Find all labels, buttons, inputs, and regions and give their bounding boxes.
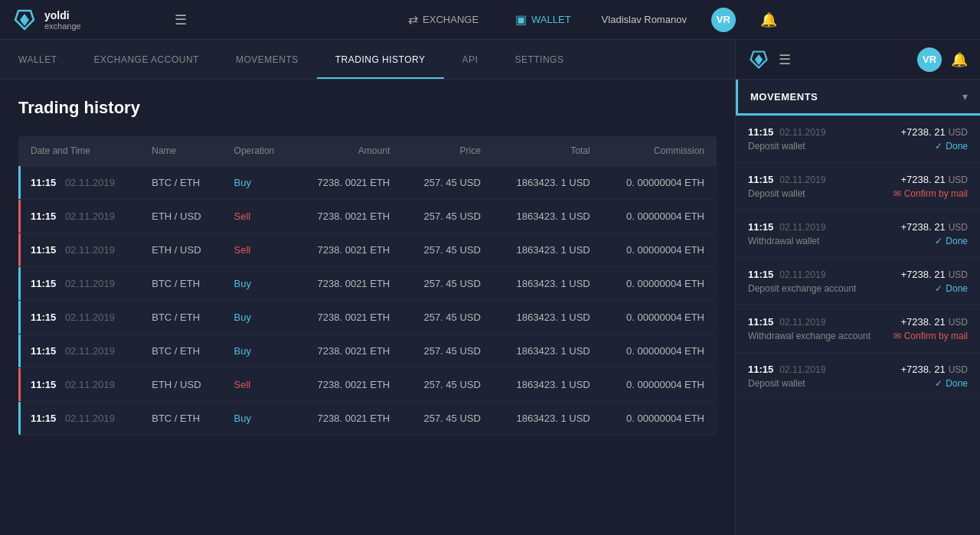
cell-date: 02.11.2019	[65, 278, 115, 289]
cell-datetime: 11:15 02.11.2019	[18, 301, 139, 334]
cell-name: BTC / ETH	[139, 402, 221, 436]
user-name: Vladislav Romanov	[602, 14, 687, 25]
cell-commission: 0. 00000004 ETH	[603, 233, 717, 267]
movement-time: 11:15	[748, 174, 773, 185]
cell-amount: 7238. 0021 ETH	[294, 200, 402, 233]
subnav-settings[interactable]: SETTINGS	[496, 40, 582, 79]
row-indicator	[18, 166, 21, 199]
avatar[interactable]: VR	[711, 8, 736, 32]
cell-price: 257. 45 USD	[402, 368, 493, 402]
status-confirm[interactable]: ✉Confirm by mail	[893, 188, 968, 199]
table-row: 11:15 02.11.2019 ETH / USD Sell 7238. 00…	[18, 368, 717, 402]
subnav-exchange-account[interactable]: EXCHANGE ACCOUNT	[76, 40, 217, 79]
row-indicator	[18, 233, 21, 266]
cell-datetime: 11:15 02.11.2019	[18, 267, 139, 301]
cell-name: ETH / USD	[139, 368, 221, 402]
movement-amount-value: +7238. 21	[900, 126, 945, 138]
movements-header: MOVEMENTS ▾	[736, 80, 980, 116]
cell-datetime: 11:15 02.11.2019	[18, 200, 139, 233]
cell-date: 02.11.2019	[65, 379, 115, 390]
subnav-api[interactable]: API	[444, 40, 497, 79]
cell-amount: 7238. 0021 ETH	[294, 166, 402, 200]
notifications-bell-button[interactable]: 🔔	[760, 11, 777, 28]
movement-amount-value: +7238. 21	[900, 221, 945, 233]
exchange-nav-button[interactable]: ⇄ EXCHANGE	[402, 9, 485, 30]
wallet-nav-button[interactable]: ▣ WALLET	[509, 9, 577, 30]
movement-description: Withdrawal wallet	[748, 236, 819, 246]
table-row: 11:15 02.11.2019 ETH / USD Sell 7238. 00…	[18, 233, 717, 267]
cell-price: 257. 45 USD	[402, 166, 493, 200]
chevron-down-icon: ▾	[962, 90, 968, 103]
top-navigation: yoldi exchange ☰ ⇄ EXCHANGE ▣ WALLET Vla…	[0, 0, 980, 40]
cell-commission: 0. 00000004 ETH	[603, 402, 717, 436]
subnav-trading-history[interactable]: TRADING HISTORY	[317, 40, 444, 79]
cell-price: 257. 45 USD	[402, 334, 493, 368]
hamburger-button[interactable]: ☰	[175, 11, 187, 28]
cell-name: ETH / USD	[139, 200, 221, 233]
cell-operation: Buy	[222, 267, 294, 301]
row-indicator	[18, 267, 21, 300]
subnav-wallet[interactable]: WALLET	[0, 40, 76, 79]
movement-date: 02.11.2019	[779, 175, 825, 185]
cell-name: BTC / ETH	[139, 301, 221, 334]
movement-time: 11:15	[748, 126, 773, 138]
right-hamburger-button[interactable]: ☰	[779, 51, 791, 68]
movement-currency: USD	[949, 317, 968, 328]
list-item: 11:15 02.11.2019 +7238. 21 USD Withdrawa…	[736, 305, 980, 353]
cell-date: 02.11.2019	[65, 210, 115, 222]
exchange-icon: ⇄	[408, 12, 418, 27]
cell-datetime: 11:15 02.11.2019	[18, 402, 139, 436]
col-operation: Operation	[222, 136, 294, 166]
cell-date: 02.11.2019	[65, 312, 115, 323]
movement-description: Withdrawal exchange account	[748, 331, 871, 341]
cell-price: 257. 45 USD	[402, 233, 493, 267]
movement-date: 02.11.2019	[779, 222, 825, 233]
movement-amount-value: +7238. 21	[900, 316, 945, 328]
subnav-movements[interactable]: MOVEMENTS	[217, 40, 317, 79]
cell-date: 02.11.2019	[65, 345, 115, 357]
right-logo-icon	[748, 49, 769, 70]
svg-marker-1	[20, 14, 29, 26]
movement-time: 11:15	[748, 221, 773, 233]
list-item: 11:15 02.11.2019 +7238. 21 USD Deposit w…	[736, 116, 980, 163]
cell-commission: 0. 00000004 ETH	[603, 200, 717, 233]
cell-time: 11:15	[31, 345, 56, 357]
status-confirm[interactable]: ✉Confirm by mail	[893, 331, 968, 341]
logo-icon	[12, 8, 37, 32]
status-done: ✓Done	[935, 283, 968, 294]
right-avatar[interactable]: VR	[917, 47, 942, 72]
cell-price: 257. 45 USD	[402, 301, 493, 334]
page-title: Trading history	[18, 98, 717, 118]
movement-time: 11:15	[748, 316, 773, 328]
cell-total: 1863423. 1 USD	[493, 368, 603, 402]
cell-operation: Sell	[222, 200, 294, 233]
table-row: 11:15 02.11.2019 ETH / USD Sell 7238. 00…	[18, 200, 717, 233]
movement-currency: USD	[949, 127, 968, 138]
mail-icon: ✉	[893, 331, 901, 341]
table-row: 11:15 02.11.2019 BTC / ETH Buy 7238. 002…	[18, 334, 717, 368]
movement-time: 11:15	[748, 364, 773, 375]
logo-text: yoldi exchange	[44, 9, 81, 31]
movement-date: 02.11.2019	[779, 364, 825, 375]
col-commission: Commission	[603, 136, 717, 166]
cell-operation: Buy	[222, 402, 294, 436]
col-name: Name	[139, 136, 221, 166]
cell-price: 257. 45 USD	[402, 267, 493, 301]
row-indicator	[18, 368, 21, 401]
movement-currency: USD	[949, 364, 968, 375]
row-indicator	[18, 402, 21, 435]
right-bell-button[interactable]: 🔔	[951, 51, 968, 68]
movement-currency: USD	[949, 222, 968, 233]
sub-navigation: WALLET EXCHANGE ACCOUNT MOVEMENTS TRADIN…	[0, 40, 735, 80]
check-icon: ✓	[935, 141, 942, 152]
cell-total: 1863423. 1 USD	[493, 402, 603, 436]
cell-amount: 7238. 0021 ETH	[294, 334, 402, 368]
cell-date: 02.11.2019	[65, 177, 115, 188]
cell-total: 1863423. 1 USD	[493, 301, 603, 334]
row-indicator	[18, 334, 21, 367]
list-item: 11:15 02.11.2019 +7238. 21 USD Deposit e…	[736, 258, 980, 305]
table-body: 11:15 02.11.2019 BTC / ETH Buy 7238. 002…	[18, 166, 717, 436]
movement-date: 02.11.2019	[779, 317, 825, 328]
cell-operation: Sell	[222, 368, 294, 402]
cell-amount: 7238. 0021 ETH	[294, 368, 402, 402]
